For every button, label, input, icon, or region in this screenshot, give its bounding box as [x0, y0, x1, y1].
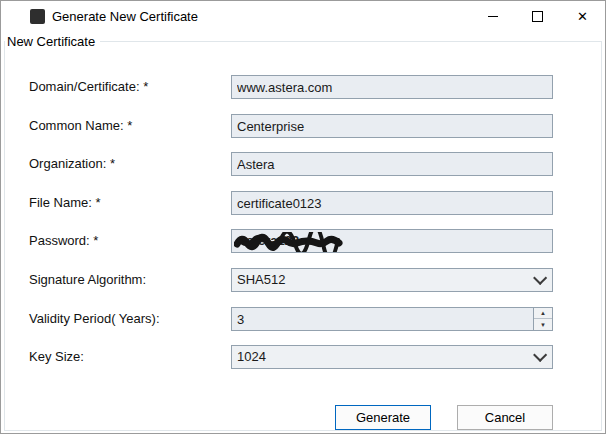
file-name-input[interactable] — [231, 191, 553, 215]
title-bar: Generate New Certificate ✕ — [1, 1, 605, 32]
password-value: Astera123 — [237, 233, 299, 248]
form-row: Password: * Astera123 — [1, 229, 606, 253]
validity-period-input[interactable] — [231, 307, 553, 331]
form-row: File Name: * — [1, 191, 606, 215]
app-icon — [30, 9, 45, 24]
file-name-label: File Name: * — [29, 191, 101, 215]
maximize-button[interactable] — [515, 1, 560, 32]
form-row: Domain/Certificate: * — [1, 75, 606, 99]
form-row: Common Name: * — [1, 114, 606, 138]
group-label: New Certificate — [5, 34, 100, 49]
cancel-button[interactable]: Cancel — [457, 405, 553, 430]
common-name-label: Common Name: * — [29, 114, 132, 138]
window-title: Generate New Certificate — [52, 9, 198, 24]
validity-period-field: ▲ ▼ — [231, 307, 553, 331]
window-controls: ✕ — [470, 1, 605, 32]
form-row: Signature Algorithm: SHA512 — [1, 268, 606, 292]
domain-certificate-label: Domain/Certificate: * — [29, 75, 148, 99]
key-size-select[interactable]: 1024 — [231, 345, 553, 369]
key-size-label: Key Size: — [29, 345, 84, 369]
signature-algorithm-label: Signature Algorithm: — [29, 268, 146, 292]
dialog-window: Generate New Certificate ✕ New Certifica… — [0, 0, 606, 434]
password-input[interactable]: Astera123 — [231, 229, 553, 253]
spinner-up-button[interactable]: ▲ — [534, 308, 552, 319]
form-row: Validity Period( Years): ▲ ▼ — [1, 307, 606, 331]
spinner-down-icon: ▼ — [540, 322, 546, 328]
organization-input[interactable] — [231, 152, 553, 176]
chevron-down-icon — [533, 348, 547, 362]
maximize-icon — [532, 11, 543, 22]
close-icon: ✕ — [577, 10, 588, 23]
password-label: Password: * — [29, 229, 98, 253]
signature-algorithm-value: SHA512 — [237, 269, 533, 291]
minimize-icon — [488, 16, 498, 17]
key-size-value: 1024 — [237, 346, 533, 368]
form-row: Organization: * — [1, 152, 606, 176]
signature-algorithm-select[interactable]: SHA512 — [231, 268, 553, 292]
spinner-up-icon: ▲ — [540, 310, 546, 316]
validity-spinner: ▲ ▼ — [533, 308, 552, 330]
close-button[interactable]: ✕ — [560, 1, 605, 32]
validity-period-label: Validity Period( Years): — [29, 307, 160, 331]
chevron-down-icon — [533, 271, 547, 285]
domain-certificate-input[interactable] — [231, 75, 553, 99]
organization-label: Organization: * — [29, 152, 115, 176]
common-name-input[interactable] — [231, 114, 553, 138]
form-row: Key Size: 1024 — [1, 345, 606, 369]
generate-button[interactable]: Generate — [335, 405, 431, 430]
spinner-down-button[interactable]: ▼ — [534, 319, 552, 330]
minimize-button[interactable] — [470, 1, 515, 32]
